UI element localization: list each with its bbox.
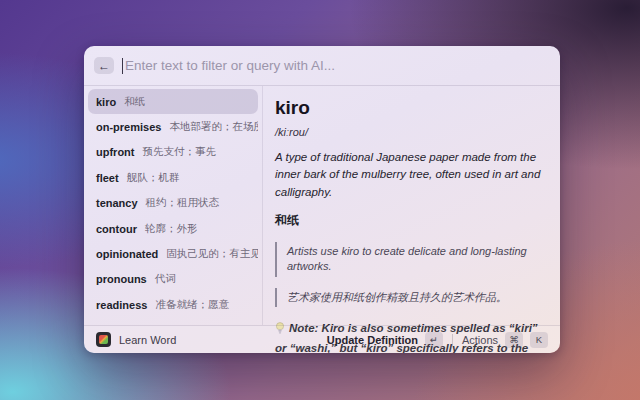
example-quote: 艺术家使用和纸创作精致且持久的艺术作品。 xyxy=(275,288,548,307)
desktop-wallpaper: ← Enter text to filter or query with AI.… xyxy=(0,0,640,400)
footer-divider xyxy=(452,334,453,346)
search-bar: ← Enter text to filter or query with AI.… xyxy=(84,46,560,86)
word-title: kiro xyxy=(275,97,548,119)
list-item-word: readiness xyxy=(96,299,147,311)
list-item[interactable]: opinionated固执己见的；有主见的 xyxy=(88,241,258,266)
list-item-word: upfront xyxy=(96,146,134,158)
footer-action-bar: Learn Word Update Definition ↵ Actions ⌘… xyxy=(84,325,560,353)
list-item[interactable]: tenancy租约；租用状态 xyxy=(88,191,258,216)
list-item[interactable]: upfront预先支付；事先 xyxy=(88,140,258,165)
example-list: Artists use kiro to create delicate and … xyxy=(275,242,548,307)
learn-word-app-icon xyxy=(96,332,111,347)
list-item[interactable]: pronouns代词 xyxy=(88,267,258,292)
cmd-key-badge: ⌘ xyxy=(505,332,523,348)
primary-action-button[interactable]: Update Definition xyxy=(327,334,418,346)
word-pronunciation: /kiːrou/ xyxy=(275,126,548,138)
list-item-word: kiro xyxy=(96,96,116,108)
list-item[interactable]: fleet舰队；机群 xyxy=(88,165,258,190)
actions-menu-button[interactable]: Actions xyxy=(462,334,498,346)
list-item[interactable]: readiness准备就绪；愿意 xyxy=(88,292,258,317)
main-content: kiro和纸on-premises本地部署的；在场所内的upfront预先支付；… xyxy=(84,86,560,325)
list-item-translation: 和纸 xyxy=(124,95,145,109)
launcher-window: ← Enter text to filter or query with AI.… xyxy=(84,46,560,353)
example-quote: Artists use kiro to create delicate and … xyxy=(275,242,548,277)
search-input[interactable]: Enter text to filter or query with AI... xyxy=(125,58,550,73)
return-key-badge: ↵ xyxy=(425,332,443,348)
list-item-word: contour xyxy=(96,223,137,235)
list-item-word: on-premises xyxy=(96,121,161,133)
back-button[interactable]: ← xyxy=(94,57,114,74)
word-detail-panel: kiro /kiːrou/ A type of traditional Japa… xyxy=(263,86,560,325)
list-item-translation: 本地部署的；在场所内的 xyxy=(169,120,258,134)
word-definition: A type of traditional Japanese paper mad… xyxy=(275,149,548,201)
list-item-translation: 租约；租用状态 xyxy=(146,196,220,210)
list-item-translation: 代词 xyxy=(155,272,176,286)
back-arrow-icon: ← xyxy=(98,60,110,72)
word-list: kiro和纸on-premises本地部署的；在场所内的upfront预先支付；… xyxy=(84,86,263,325)
list-item-word: fleet xyxy=(96,172,119,184)
word-translation: 和纸 xyxy=(275,212,548,229)
list-item[interactable]: kiro和纸 xyxy=(88,89,258,114)
list-item[interactable]: contour轮廓；外形 xyxy=(88,216,258,241)
list-item-word: opinionated xyxy=(96,248,158,260)
list-item-word: tenancy xyxy=(96,197,138,209)
list-item-translation: 舰队；机群 xyxy=(127,171,180,185)
list-item[interactable]: on-premises本地部署的；在场所内的 xyxy=(88,114,258,139)
k-key-badge: K xyxy=(530,332,548,348)
list-item-translation: 轮廓；外形 xyxy=(145,222,198,236)
list-item-translation: 预先支付；事先 xyxy=(142,145,216,159)
text-caret xyxy=(122,58,123,74)
list-item-translation: 准备就绪；愿意 xyxy=(155,298,229,312)
list-item-translation: 固执己见的；有主见的 xyxy=(166,247,258,261)
extension-name: Learn Word xyxy=(119,334,176,346)
list-item-word: pronouns xyxy=(96,273,147,285)
